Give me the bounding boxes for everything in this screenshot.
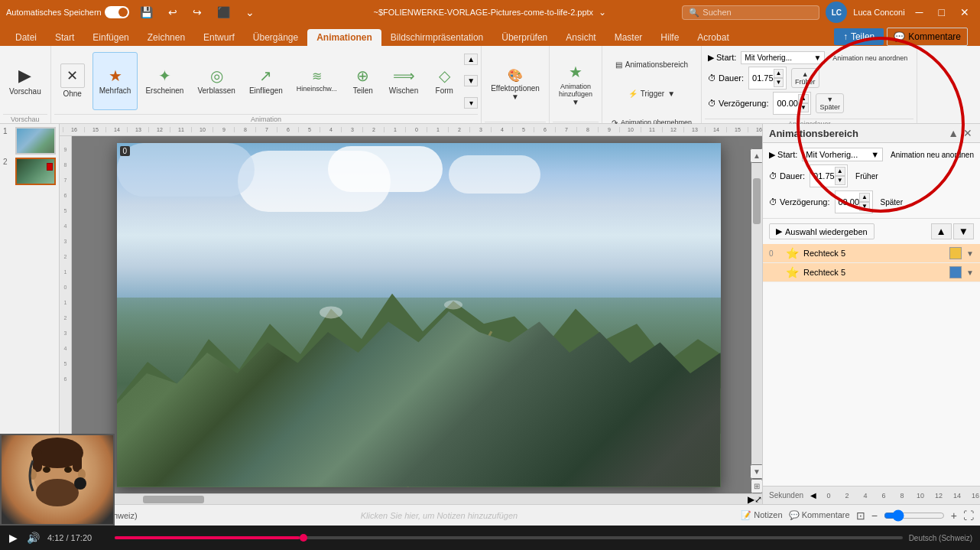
scroll-thumb[interactable] [753, 178, 761, 224]
redo-button[interactable]: ↪ [188, 0, 206, 24]
panel-close-button[interactable]: ✕ [962, 127, 974, 139]
seconds-left-button[interactable]: ◀ [810, 491, 816, 500]
scroll-right-button[interactable]: ▶ [748, 494, 754, 505]
anim-item-more-1[interactable]: ▼ [966, 249, 974, 258]
add-animation-button[interactable]: ★ Animation hinzufügen ▼ [553, 56, 599, 114]
tab-hilfe[interactable]: Hilfe [651, 29, 688, 46]
slide-thumb-1[interactable]: 1 [3, 127, 56, 155]
fullscreen-button[interactable]: ⛶ [963, 509, 974, 522]
anim-list-down[interactable]: ▼ [953, 223, 974, 239]
verzoegerung-up[interactable]: ▲ [798, 94, 809, 103]
notes-placeholder[interactable]: Klicken Sie hier, um Notizen hinzuzufüge… [144, 511, 735, 520]
slide-main[interactable]: 0 [117, 143, 721, 487]
anim-item-2[interactable]: ⭐ Rechteck 5 ▼ [763, 263, 980, 282]
search-box[interactable]: 🔍 [682, 5, 819, 20]
tab-acrobat[interactable]: Acrobat [688, 29, 738, 46]
tab-bildschirm[interactable]: Bildschirmpräsentation [381, 29, 492, 46]
maximize-button[interactable]: □ [934, 0, 949, 24]
verzoegerung-ctrl-up[interactable]: ▲ [859, 193, 870, 202]
panel-collapse-button[interactable]: ▲ [946, 127, 960, 139]
tab-master[interactable]: Master [605, 29, 652, 46]
dauer-down[interactable]: ▼ [774, 78, 784, 87]
tab-datei[interactable]: Datei [6, 29, 46, 46]
horizontal-scroll-thumb[interactable] [143, 496, 204, 503]
search-input[interactable] [703, 8, 802, 17]
trigger-button[interactable]: ⚡ Trigger ▼ [605, 80, 698, 107]
slide-canvas[interactable]: 9 8 7 6 5 4 3 2 1 0 1 2 3 4 5 6 [60, 136, 762, 493]
share-button[interactable]: ↑ Teilen [834, 28, 884, 45]
neu-anordnen-button[interactable]: Animation neu anordnen [829, 53, 910, 63]
anim-form-button[interactable]: ◇ Form [426, 52, 462, 110]
expand-button[interactable]: ⤢ [754, 494, 762, 505]
autosave-toggle-switch[interactable] [105, 6, 129, 18]
minimize-button[interactable]: ─ [911, 0, 928, 24]
tab-ueberpruefen[interactable]: Überprüfen [492, 29, 557, 46]
verzoegerung-input[interactable]: 00.00 ▲ ▼ [773, 92, 811, 115]
comment-button[interactable]: 💬 Kommentare [887, 28, 968, 46]
tab-uebergaenge[interactable]: Übergänge [244, 29, 307, 46]
scroll-up-button[interactable]: ▲ [750, 148, 762, 163]
anim-item-more-2[interactable]: ▼ [966, 268, 974, 277]
autosave-toggle[interactable]: Automatisches Speichern [6, 6, 129, 18]
save-button[interactable]: 💾 [135, 0, 157, 24]
anim-scroll-down[interactable]: ▼ [464, 75, 478, 86]
tab-animationen[interactable]: Animationen [307, 29, 381, 46]
slide-img-1[interactable] [15, 127, 56, 155]
present-button[interactable]: ⬛ [213, 0, 235, 24]
scroll-expand-button[interactable]: ⊞ [751, 479, 762, 493]
dauer-up[interactable]: ▲ [774, 69, 784, 78]
zoom-in-button[interactable]: + [951, 509, 957, 522]
dauer-input[interactable]: 01.75 ▲ ▼ [748, 67, 787, 89]
dauer-ctrl-down[interactable]: ▼ [835, 176, 845, 185]
notes-icon[interactable]: 📝 Notizen [741, 510, 782, 520]
dauer-ctrl-input[interactable]: 01.75 ▲ ▼ [810, 164, 848, 187]
anim-mehrfach-button[interactable]: ★ Mehrfach [92, 52, 138, 110]
tab-ansicht[interactable]: Ansicht [557, 29, 605, 46]
verzoegerung-ctrl-input[interactable]: 00.00 ▲ ▼ [835, 190, 873, 213]
tab-start[interactable]: Start [46, 29, 83, 46]
anim-list-up[interactable]: ▲ [931, 223, 952, 239]
anim-scroll-up[interactable]: ▲ [464, 54, 478, 65]
scroll-vertical[interactable]: ▲ ▼ ⊞ [751, 148, 762, 493]
more-button[interactable]: ⌄ [241, 0, 259, 24]
anim-wischen-button[interactable]: ⟹ Wischen [383, 52, 424, 110]
mute-button[interactable]: 🔊 [25, 530, 41, 545]
anim-teilen-button[interactable]: ⊕ Teilen [345, 52, 381, 110]
tab-zeichnen[interactable]: Zeichnen [138, 29, 194, 46]
zoom-slider[interactable] [884, 509, 945, 522]
anim-hineinschweben-button[interactable]: ≋ Hineinschw... [290, 52, 343, 110]
bottom-scrollbar[interactable]: ◀ ▶ ⤢ [60, 493, 762, 504]
vorschau-button[interactable]: ▶ Vorschau [3, 52, 47, 110]
tab-einfuegen[interactable]: Einfügen [83, 29, 138, 46]
video-progress-bar[interactable] [115, 536, 903, 539]
verzoegerung-ctrl-down[interactable]: ▼ [859, 202, 870, 211]
slide-thumb-2[interactable]: 2 [3, 158, 56, 185]
tab-entwurf[interactable]: Entwurf [194, 29, 244, 46]
close-button[interactable]: ✕ [956, 0, 974, 24]
start-ctrl-dropdown[interactable]: Mit Vorherig... ▼ [802, 148, 883, 161]
scroll-down-button[interactable]: ▼ [750, 464, 762, 479]
play-selection-button[interactable]: ▶ Auswahl wiedergeben [769, 223, 875, 239]
anim-item-1[interactable]: 0 ⭐ Rechteck 5 ▼ [763, 244, 980, 263]
anim-more[interactable]: ▾ [464, 97, 478, 109]
anim-erscheinen-button[interactable]: ✦ Erscheinen [139, 52, 190, 110]
comments-icon[interactable]: 💬 Kommentare [789, 510, 850, 520]
zoom-out-button[interactable]: − [871, 509, 878, 522]
anim-verblassen-button[interactable]: ◎ Verblassen [191, 52, 241, 110]
title-dropdown-icon[interactable]: ⌄ [599, 7, 606, 18]
slide-img-2[interactable] [15, 158, 56, 185]
spaeter-button[interactable]: ▼ Später [816, 93, 844, 113]
animationsbereich-button[interactable]: ▤ Animationsbereich [605, 50, 698, 78]
play-video-button[interactable]: ▶ [8, 530, 19, 545]
start-dropdown[interactable]: Mit Vorherig... ▼ [741, 51, 825, 64]
anim-ohne-button[interactable]: ✕ Ohne [54, 52, 91, 110]
verzoegerung-down[interactable]: ▼ [798, 103, 809, 112]
frueher-button[interactable]: ▲ Früher [791, 68, 819, 88]
fit-button[interactable]: ⊡ [856, 509, 865, 522]
avatar[interactable]: LC [826, 2, 847, 23]
comment-icon: 💬 [894, 31, 905, 42]
effektoptionen-button[interactable]: 🎨 Effektoptionen ▼ [485, 56, 546, 114]
dauer-ctrl-up[interactable]: ▲ [835, 167, 845, 176]
anim-einfliegen-button[interactable]: ↗ Einfliegen [243, 52, 289, 110]
undo-button[interactable]: ↩ [164, 0, 182, 24]
